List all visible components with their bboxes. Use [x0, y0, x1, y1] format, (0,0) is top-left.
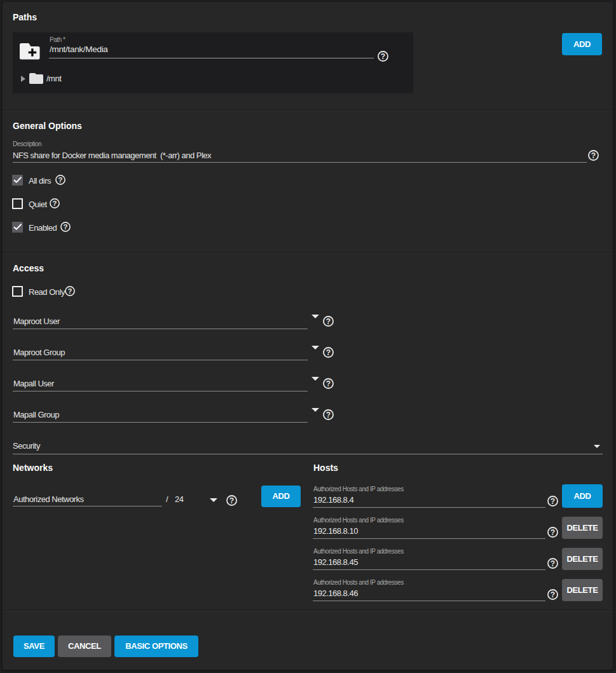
svg-text:?: ?: [53, 200, 57, 207]
svg-text:?: ?: [591, 151, 596, 160]
svg-text:?: ?: [58, 176, 63, 184]
svg-text:?: ?: [68, 287, 72, 295]
svg-text:?: ?: [326, 317, 331, 326]
svg-text:?: ?: [551, 559, 555, 568]
svg-text:?: ?: [326, 348, 331, 357]
svg-text:?: ?: [64, 223, 68, 231]
svg-text:?: ?: [551, 590, 555, 599]
svg-text:?: ?: [381, 52, 385, 61]
svg-text:?: ?: [326, 379, 331, 388]
svg-text:?: ?: [551, 528, 555, 537]
svg-text:?: ?: [229, 496, 234, 505]
svg-text:?: ?: [326, 411, 331, 419]
svg-text:?: ?: [551, 497, 555, 506]
